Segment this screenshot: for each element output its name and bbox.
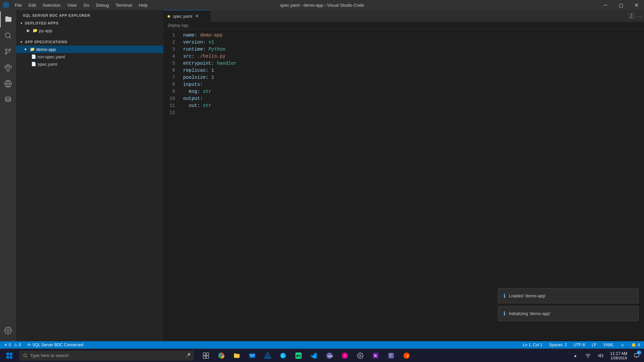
app10-taskbar[interactable]: T [337, 349, 352, 362]
activity-bar-bottom [0, 322, 16, 339]
demo-app-item[interactable]: ▼ 📁 demo-app [16, 46, 163, 53]
svg-rect-6 [9, 66, 11, 68]
line-num-10: 10 [164, 95, 175, 102]
deployed-apps-section[interactable]: ▼ DEPLOYED APPS [16, 19, 163, 27]
split-editor-button[interactable] [629, 13, 634, 19]
error-count[interactable]: ✕ 0 ⚠ 0 [3, 341, 22, 349]
settings-taskbar[interactable] [353, 349, 368, 362]
svg-point-3 [5, 53, 7, 54]
demo-app-expand-icon: ▼ [23, 47, 28, 52]
volume-icon[interactable] [595, 349, 607, 362]
maximize-button[interactable]: ◻ [613, 0, 629, 10]
svg-rect-7 [7, 64, 9, 66]
vscode-app[interactable] [307, 349, 321, 362]
spec-yaml-tab[interactable]: ● spec.yaml ✕ [164, 10, 211, 22]
remote-explorer-icon[interactable] [0, 76, 16, 92]
menu-view[interactable]: View [64, 0, 80, 10]
clock[interactable]: 11:17 AM 1/28/2019 [607, 351, 630, 360]
tab-close-button[interactable]: ✕ [194, 13, 200, 19]
editor-content: Deploy App 1 2 3 4 5 6 7 8 9 10 11 [164, 22, 644, 341]
menu-bar: File Edit Selection View Go Debug Termin… [11, 0, 151, 10]
line-num-8: 8 [164, 81, 175, 88]
editor-area: ● spec.yaml ✕ ··· Deploy App [164, 10, 644, 341]
line-num-2: 2 [164, 39, 175, 46]
notif-count-text: 4 [638, 343, 640, 347]
spec-yaml-file-icon: 📄 [31, 61, 36, 67]
app9-taskbar[interactable]: app [322, 349, 337, 362]
menu-terminal[interactable]: Terminal [112, 0, 135, 10]
menu-file[interactable]: File [11, 0, 25, 10]
connection-icon: ⟳ [28, 343, 31, 347]
svg-text:app: app [328, 354, 333, 357]
action-center-button[interactable]: 40 [631, 349, 643, 362]
task-view-button[interactable] [199, 349, 213, 362]
svg-rect-15 [6, 353, 9, 355]
svg-rect-5 [5, 66, 7, 68]
teams-app[interactable]: T [384, 349, 398, 362]
search-icon[interactable] [0, 27, 16, 44]
tab-dot: ● [167, 13, 171, 19]
menu-go[interactable]: Go [80, 0, 93, 10]
encoding-text: UTF-8 [574, 343, 585, 347]
app14-taskbar[interactable]: ⚡ [399, 349, 414, 362]
app-spec-chevron: ▼ [19, 39, 24, 45]
source-control-icon[interactable] [0, 44, 16, 60]
connection-status[interactable]: ⟳ SQL Server BDC Connected [26, 341, 85, 349]
search-bar[interactable]: Type here to search 🎤 [19, 351, 194, 361]
svg-rect-26 [250, 353, 255, 358]
show-hidden-icons[interactable]: ▲ [569, 349, 581, 362]
encoding[interactable]: UTF-8 [572, 341, 586, 349]
close-button[interactable]: ✕ [629, 0, 644, 10]
py-app-item[interactable]: ▶ 📁 py-app [16, 27, 163, 34]
line-num-6: 6 [164, 67, 175, 74]
taskbar-apps: S PC app T N T ⚡ [196, 349, 569, 362]
cursor-position[interactable]: Ln 1, Col 1 [522, 341, 544, 349]
start-button[interactable] [1, 349, 17, 362]
sql-server-icon[interactable] [0, 92, 16, 108]
files-app[interactable] [229, 349, 244, 362]
explorer-icon[interactable] [0, 11, 16, 27]
azure-app[interactable] [260, 349, 275, 362]
folder-icon: 📁 [32, 28, 38, 33]
tab-spacer [211, 10, 626, 22]
microphone-icon[interactable]: 🎤 [185, 353, 191, 358]
skype-app[interactable]: S [276, 349, 290, 362]
menu-debug[interactable]: Debug [93, 0, 112, 10]
minimize-button[interactable]: ─ [598, 0, 613, 10]
svg-text:T: T [344, 354, 346, 357]
svg-text:⚡: ⚡ [406, 353, 410, 358]
svg-text:N: N [374, 354, 376, 357]
svg-line-1 [10, 37, 11, 39]
outlook-app[interactable] [245, 349, 260, 362]
notification-badge: 40 [637, 350, 641, 355]
more-actions-button[interactable]: ··· [636, 13, 641, 19]
svg-rect-14 [632, 13, 634, 18]
menu-help[interactable]: Help [136, 0, 151, 10]
py-app-label: py-app [39, 28, 52, 33]
line-num-4: 4 [164, 53, 175, 60]
run-spec-yaml-item[interactable]: 📄 run-spec.yaml [16, 53, 163, 60]
network-icon[interactable] [582, 349, 594, 362]
smiley-button[interactable]: ☺ [619, 341, 626, 349]
extensions-icon[interactable] [0, 60, 16, 76]
spec-yaml-item[interactable]: 📄 spec.yaml [16, 60, 163, 68]
settings-icon[interactable] [0, 322, 16, 339]
main-area: SQL SERVER BDC APP EXPLORER ▼ DEPLOYED A… [0, 10, 644, 341]
taskbar: Type here to search 🎤 S PC app [0, 349, 644, 362]
onenote-app[interactable]: N [368, 349, 383, 362]
indentation[interactable]: Spaces: 2 [548, 341, 568, 349]
svg-point-44 [588, 357, 588, 357]
breadcrumb: Deploy App [164, 22, 644, 29]
language-mode[interactable]: YAML [602, 341, 615, 349]
pycharm-app[interactable]: PC [291, 349, 306, 362]
notification-0: ℹ Loaded 'demo-app' [498, 288, 639, 303]
window-title: spec.yaml - demo-app - Visual Studio Cod… [280, 3, 364, 8]
clock-date: 1/28/2019 [610, 356, 627, 360]
language-text: YAML [603, 343, 614, 347]
notification-count[interactable]: 🔔 4 [630, 341, 641, 349]
chrome-app[interactable] [214, 349, 229, 362]
menu-edit[interactable]: Edit [25, 0, 39, 10]
app-specifications-section[interactable]: ▼ APP SPECIFICATIONS [16, 38, 163, 46]
menu-selection[interactable]: Selection [39, 0, 64, 10]
line-ending[interactable]: LF [590, 341, 598, 349]
